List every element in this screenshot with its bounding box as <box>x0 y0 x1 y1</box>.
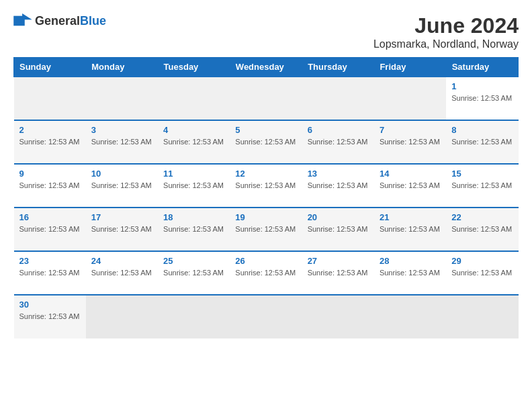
day-number: 24 <box>91 256 152 266</box>
calendar-day-cell: 7Sunrise: 12:53 AM <box>374 120 446 164</box>
sunrise-text: Sunrise: 12:53 AM <box>91 269 152 277</box>
day-number: 16 <box>19 212 81 222</box>
calendar-day-cell: 1Sunrise: 12:53 AM <box>446 77 518 120</box>
calendar-day-cell <box>302 77 374 120</box>
calendar-week-row: 16Sunrise: 12:53 AM17Sunrise: 12:53 AM18… <box>14 208 519 251</box>
calendar-day-cell <box>374 295 446 338</box>
weekday-header-monday: Monday <box>86 58 158 77</box>
day-number: 4 <box>163 125 224 135</box>
sunrise-text: Sunrise: 12:53 AM <box>235 269 296 277</box>
day-number: 1 <box>451 81 513 91</box>
day-number: 15 <box>451 169 513 179</box>
day-number: 13 <box>308 169 369 179</box>
calendar-day-cell: 13Sunrise: 12:53 AM <box>302 164 374 208</box>
weekday-header-row: SundayMondayTuesdayWednesdayThursdayFrid… <box>14 58 519 77</box>
calendar-day-cell: 21Sunrise: 12:53 AM <box>374 208 446 251</box>
sunrise-text: Sunrise: 12:53 AM <box>235 181 296 189</box>
calendar-day-cell: 8Sunrise: 12:53 AM <box>446 120 518 164</box>
calendar-day-cell <box>230 77 302 120</box>
sunrise-text: Sunrise: 12:53 AM <box>19 181 80 189</box>
calendar-week-row: 30Sunrise: 12:53 AM <box>14 295 519 338</box>
calendar-day-cell: 2Sunrise: 12:53 AM <box>14 120 86 164</box>
sunrise-text: Sunrise: 12:53 AM <box>91 138 152 146</box>
calendar-day-cell: 26Sunrise: 12:53 AM <box>230 251 302 295</box>
sunrise-text: Sunrise: 12:53 AM <box>91 181 152 189</box>
svg-marker-1 <box>22 13 32 19</box>
calendar-day-cell: 28Sunrise: 12:53 AM <box>374 251 446 295</box>
calendar-week-row: 1Sunrise: 12:53 AM <box>14 77 519 120</box>
day-number: 22 <box>451 212 513 222</box>
sunrise-text: Sunrise: 12:53 AM <box>380 269 440 277</box>
sunrise-text: Sunrise: 12:53 AM <box>19 312 80 320</box>
calendar-day-cell: 3Sunrise: 12:53 AM <box>86 120 158 164</box>
sunrise-text: Sunrise: 12:53 AM <box>308 269 368 277</box>
sunrise-text: Sunrise: 12:53 AM <box>380 181 440 189</box>
calendar-day-cell: 19Sunrise: 12:53 AM <box>230 208 302 251</box>
calendar-day-cell: 30Sunrise: 12:53 AM <box>14 295 86 338</box>
calendar-day-cell: 15Sunrise: 12:53 AM <box>446 164 518 208</box>
logo: GeneralBlue <box>13 13 106 28</box>
sunrise-text: Sunrise: 12:53 AM <box>308 138 368 146</box>
calendar-week-row: 23Sunrise: 12:53 AM24Sunrise: 12:53 AM25… <box>14 251 519 295</box>
logo-general: General <box>35 14 80 28</box>
calendar-day-cell: 12Sunrise: 12:53 AM <box>230 164 302 208</box>
weekday-header-sunday: Sunday <box>14 58 86 77</box>
title-area: June 2024 Lopsmarka, Nordland, Norway <box>373 13 519 50</box>
day-number: 21 <box>380 212 441 222</box>
day-number: 3 <box>91 125 152 135</box>
weekday-header-wednesday: Wednesday <box>230 58 302 77</box>
page-header: GeneralBlue June 2024 Lopsmarka, Nordlan… <box>13 13 519 50</box>
calendar-day-cell: 20Sunrise: 12:53 AM <box>302 208 374 251</box>
day-number: 26 <box>235 256 296 266</box>
sunrise-text: Sunrise: 12:53 AM <box>163 269 224 277</box>
calendar-day-cell: 17Sunrise: 12:53 AM <box>86 208 158 251</box>
sunrise-text: Sunrise: 12:53 AM <box>163 181 224 189</box>
sunrise-text: Sunrise: 12:53 AM <box>380 138 440 146</box>
calendar-day-cell <box>158 77 230 120</box>
calendar-day-cell: 16Sunrise: 12:53 AM <box>14 208 86 251</box>
day-number: 8 <box>451 125 513 135</box>
day-number: 9 <box>19 169 81 179</box>
day-number: 17 <box>91 212 152 222</box>
sunrise-text: Sunrise: 12:53 AM <box>235 225 296 233</box>
day-number: 14 <box>380 169 441 179</box>
day-number: 2 <box>19 125 81 135</box>
sunrise-text: Sunrise: 12:53 AM <box>19 269 80 277</box>
calendar-day-cell: 27Sunrise: 12:53 AM <box>302 251 374 295</box>
day-number: 12 <box>235 169 296 179</box>
sunrise-text: Sunrise: 12:53 AM <box>91 225 152 233</box>
calendar-day-cell <box>86 295 158 338</box>
day-number: 28 <box>380 256 441 266</box>
day-number: 23 <box>19 256 81 266</box>
calendar-day-cell <box>14 77 86 120</box>
calendar-table: SundayMondayTuesdayWednesdayThursdayFrid… <box>13 57 519 338</box>
logo-blue: Blue <box>80 14 106 28</box>
sunrise-text: Sunrise: 12:53 AM <box>163 225 224 233</box>
sunrise-text: Sunrise: 12:53 AM <box>451 269 512 277</box>
calendar-week-row: 2Sunrise: 12:53 AM3Sunrise: 12:53 AM4Sun… <box>14 120 519 164</box>
sunrise-text: Sunrise: 12:53 AM <box>451 225 512 233</box>
calendar-day-cell: 14Sunrise: 12:53 AM <box>374 164 446 208</box>
day-number: 5 <box>235 125 296 135</box>
calendar-day-cell: 18Sunrise: 12:53 AM <box>158 208 230 251</box>
location-subtitle: Lopsmarka, Nordland, Norway <box>373 38 519 50</box>
day-number: 29 <box>451 256 513 266</box>
sunrise-text: Sunrise: 12:53 AM <box>380 225 440 233</box>
calendar-day-cell <box>86 77 158 120</box>
month-year-title: June 2024 <box>373 13 519 38</box>
day-number: 10 <box>91 169 152 179</box>
generalblue-logo-icon <box>13 13 32 28</box>
calendar-day-cell <box>374 77 446 120</box>
calendar-day-cell: 22Sunrise: 12:53 AM <box>446 208 518 251</box>
calendar-day-cell: 9Sunrise: 12:53 AM <box>14 164 86 208</box>
calendar-week-row: 9Sunrise: 12:53 AM10Sunrise: 12:53 AM11S… <box>14 164 519 208</box>
sunrise-text: Sunrise: 12:53 AM <box>19 138 80 146</box>
calendar-day-cell: 11Sunrise: 12:53 AM <box>158 164 230 208</box>
calendar-day-cell: 29Sunrise: 12:53 AM <box>446 251 518 295</box>
day-number: 25 <box>163 256 224 266</box>
weekday-header-thursday: Thursday <box>302 58 374 77</box>
day-number: 6 <box>308 125 369 135</box>
day-number: 11 <box>163 169 224 179</box>
calendar-day-cell: 25Sunrise: 12:53 AM <box>158 251 230 295</box>
calendar-day-cell: 4Sunrise: 12:53 AM <box>158 120 230 164</box>
